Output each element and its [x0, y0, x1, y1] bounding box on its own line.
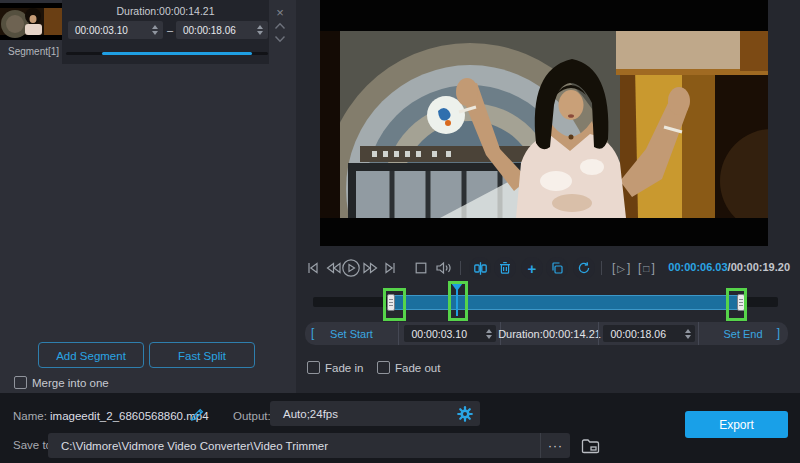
video-trimmer-window: Segment[1] Duration:00:00:14.21 00:00:03… [0, 0, 800, 463]
spinner-up-icon [152, 25, 158, 29]
fast-split-button[interactable]: Fast Split [149, 342, 255, 368]
bracket-left: [ [612, 261, 615, 275]
segment-progress-track[interactable] [66, 52, 268, 55]
output-settings-button[interactable] [450, 401, 480, 426]
chevron-up-icon[interactable] [273, 19, 287, 32]
time-range-dash: – [164, 24, 176, 36]
spinner-up-icon [486, 329, 492, 333]
close-icon[interactable]: × [273, 6, 287, 19]
duration-text: Duration:00:00:14.21 [498, 328, 601, 340]
fade-out-option[interactable]: Fade out [377, 361, 440, 374]
bracket-right: ] [627, 261, 630, 275]
spinner-down-icon [257, 31, 263, 35]
name-label: Name: [13, 409, 47, 423]
set-end-label: Set End [723, 328, 762, 340]
spinner-down-icon [152, 31, 158, 35]
export-button[interactable]: Export [685, 411, 788, 438]
video-frame [320, 31, 768, 218]
end-time-input[interactable]: 00:00:18.06 [603, 325, 695, 342]
set-start-button[interactable]: [ Set Start [305, 322, 398, 345]
controls-divider [460, 261, 461, 275]
open-folder-button[interactable] [578, 435, 602, 456]
rename-button[interactable] [188, 405, 206, 423]
start-time-cell: 00:00:03.10 [398, 322, 500, 345]
add-segment-button[interactable]: Add Segment [38, 342, 144, 368]
spinner-icons[interactable] [486, 329, 492, 339]
start-time-input[interactable]: 00:00:03.10 [404, 325, 496, 342]
merge-into-one-option[interactable]: Merge into one [14, 376, 109, 389]
rewind-icon [325, 261, 342, 275]
bracket-left: [ [638, 261, 641, 275]
segment-progress-fill [102, 52, 252, 55]
spinner-icons[interactable] [257, 25, 263, 35]
volume-icon [435, 261, 453, 275]
reset-icon [577, 261, 591, 275]
segment-thumbnail-image [0, 3, 62, 40]
stop-section-icon: □ [643, 263, 649, 274]
play-icon [341, 258, 361, 278]
play-section-button[interactable]: [▷] [612, 258, 630, 278]
total-duration: 00:00:19.20 [731, 261, 790, 273]
split-icon [473, 261, 488, 276]
stop-section-button[interactable]: [□] [638, 258, 655, 278]
previous-frame-icon [305, 261, 321, 275]
segment-end-time-input[interactable]: 00:00:18.06 [176, 21, 268, 39]
stop-button[interactable] [410, 255, 432, 281]
spinner-icons[interactable] [685, 329, 691, 339]
volume-button[interactable] [433, 255, 455, 281]
set-end-button[interactable]: Set End ] [698, 322, 787, 345]
previous-frame-button[interactable] [302, 255, 324, 281]
highlight-box-start-handle [383, 288, 406, 321]
segment-start-time-input[interactable]: 00:00:03.10 [68, 21, 163, 39]
gear-icon [457, 406, 473, 422]
bracket-right: ] [651, 261, 654, 275]
timeline-selected-range[interactable] [390, 295, 741, 310]
copy-icon [550, 261, 564, 275]
save-path-input[interactable]: C:\Vidmore\Vidmore Video Converter\Video… [48, 433, 570, 458]
fade-in-option[interactable]: Fade in [307, 361, 363, 374]
segment-duration-text: Duration:00:00:14.21 [62, 5, 269, 17]
reset-button[interactable] [573, 257, 595, 279]
stop-icon [414, 261, 428, 275]
browse-button[interactable]: ··· [540, 433, 570, 458]
next-frame-button[interactable] [379, 255, 401, 281]
output-format-select[interactable]: Auto;24fps [270, 401, 480, 426]
segment-thumbnail[interactable] [0, 3, 62, 40]
output-settings-bar: Name: imageedit_2_6860568860.mp4 Output:… [0, 393, 800, 463]
spinner-down-icon [486, 335, 492, 339]
segment-list-panel: Segment[1] Duration:00:00:14.21 00:00:03… [0, 0, 296, 393]
spinner-up-icon [257, 25, 263, 29]
add-button[interactable]: + [521, 257, 543, 279]
merge-checkbox[interactable] [14, 376, 27, 389]
save-path-value: C:\Vidmore\Vidmore Video Converter\Video… [48, 440, 540, 452]
chevron-down-icon[interactable] [273, 32, 287, 45]
copy-button[interactable] [546, 257, 568, 279]
fast-forward-button[interactable] [359, 255, 381, 281]
preview-panel: + [▷] [□] 00:00:06.03/00:00:19.20 [296, 0, 800, 393]
segment-label: Segment[1] [8, 46, 59, 57]
fade-out-checkbox[interactable] [377, 361, 390, 374]
duration-cell: Duration:00:00:14.21 [500, 322, 598, 345]
controls-divider [601, 261, 602, 275]
highlight-box-playhead [448, 281, 468, 321]
video-preview[interactable] [320, 0, 768, 246]
output-format-value: Auto;24fps [270, 408, 450, 420]
set-start-label: Set Start [330, 328, 373, 340]
spinner-up-icon [685, 329, 691, 333]
folder-icon [581, 438, 600, 454]
bracket-open: [ [311, 326, 314, 340]
delete-segment-button[interactable] [494, 257, 516, 279]
segment-card[interactable]: Duration:00:00:14.21 00:00:03.10 – 00:00… [62, 0, 269, 64]
file-name: imageedit_2_6860568860.mp4 [50, 409, 209, 423]
split-button[interactable] [469, 257, 491, 279]
fade-out-label: Fade out [395, 362, 440, 374]
spinner-icons[interactable] [152, 25, 158, 35]
current-time: 00:00:06.03 [668, 261, 727, 273]
highlight-box-end-handle [726, 288, 747, 321]
fast-forward-icon [362, 261, 379, 275]
plus-icon: + [528, 260, 537, 277]
fade-in-label: Fade in [325, 362, 363, 374]
trim-settings-bar: [ Set Start 00:00:03.10 Duration:00:00:1… [305, 322, 788, 345]
output-label: Output: [233, 409, 271, 423]
fade-in-checkbox[interactable] [307, 361, 320, 374]
